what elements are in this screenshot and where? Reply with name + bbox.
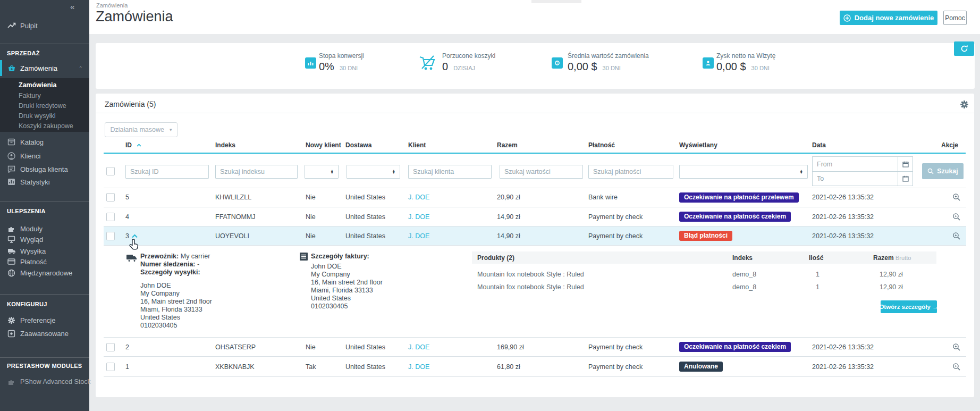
column-header-payment[interactable]: Płatność bbox=[588, 139, 615, 151]
filter-index-input[interactable] bbox=[215, 165, 298, 179]
tracking-label: Numer śledzenia: bbox=[140, 261, 196, 268]
calendar-icon[interactable] bbox=[898, 157, 913, 171]
submenu-item-orders[interactable]: Zamówienia bbox=[19, 80, 57, 90]
help-button[interactable]: Pomoc bbox=[943, 11, 967, 25]
sidebar-item-customer-service[interactable]: Obsługa klienta bbox=[0, 163, 89, 175]
filter-id-input[interactable] bbox=[125, 165, 209, 179]
sidebar-item-catalog[interactable]: Katalog bbox=[0, 136, 89, 148]
invoice-address-line: 16, Main street 2nd floor bbox=[311, 279, 383, 286]
carrier-label: Przewoźnik: bbox=[140, 253, 179, 260]
filter-status-select[interactable]: ▲▼ bbox=[679, 165, 808, 179]
puzzle-icon bbox=[7, 378, 16, 386]
row-checkbox[interactable] bbox=[106, 363, 115, 371]
submenu-item-shopping-carts[interactable]: Koszyki zakupowe bbox=[19, 121, 73, 131]
refresh-button[interactable] bbox=[954, 41, 974, 56]
conversion-chart-icon bbox=[305, 57, 316, 69]
table-row[interactable]: 1 XKBKNABJK Tak United States J. DOE 61,… bbox=[104, 357, 966, 377]
sidebar-section-sprzedaz: SPRZEDAŻ bbox=[7, 50, 40, 56]
view-order-icon[interactable] bbox=[952, 193, 961, 202]
sidebar-item-advanced[interactable]: Zaawansowane bbox=[0, 328, 89, 339]
sidebar-item-pshow-advanced-stock[interactable]: PShow Advanced Stock bbox=[0, 376, 89, 388]
cell-date: 2021-02-26 13:35:32 bbox=[812, 357, 874, 376]
search-button[interactable]: Szukaj bbox=[922, 163, 964, 179]
product-name: Mountain fox notebook Style : Ruled bbox=[477, 283, 584, 291]
column-header-id[interactable]: ID bbox=[125, 139, 141, 151]
submenu-item-credit-slips[interactable]: Druki kredytowe bbox=[19, 101, 66, 111]
cell-client-link[interactable]: J. DOE bbox=[408, 227, 429, 245]
sidebar-item-dashboard[interactable]: Pulpit bbox=[0, 20, 89, 31]
filter-new-client-select[interactable]: ▲▼ bbox=[305, 165, 339, 179]
row-checkbox[interactable] bbox=[106, 343, 115, 351]
product-total: 12,90 zł bbox=[880, 271, 903, 278]
view-order-icon[interactable] bbox=[952, 343, 961, 351]
column-header-status[interactable]: Wyświetlany bbox=[679, 139, 717, 151]
sidebar-item-design[interactable]: Wygląd bbox=[0, 233, 89, 245]
column-header-index[interactable]: Indeks bbox=[215, 139, 235, 151]
cell-client-link[interactable]: J. DOE bbox=[408, 207, 429, 226]
select-all-checkbox[interactable] bbox=[106, 167, 115, 175]
view-order-icon[interactable] bbox=[952, 232, 961, 240]
kpi-value: 0DZISIAJ bbox=[442, 61, 475, 73]
row-checkbox[interactable] bbox=[106, 232, 115, 240]
collapse-row-chevron-icon[interactable] bbox=[132, 234, 138, 238]
table-row[interactable]: 5 KHWLILZLL Nie United States J. DOE 20,… bbox=[104, 188, 966, 207]
cell-total: 61,80 zł bbox=[497, 357, 520, 376]
panel-settings-gear-icon[interactable] bbox=[960, 100, 969, 110]
cell-client-link[interactable]: J. DOE bbox=[408, 357, 429, 376]
view-order-icon[interactable] bbox=[952, 213, 961, 221]
filter-total-input[interactable] bbox=[500, 165, 583, 179]
cell-date: 2021-02-26 13:35:32 bbox=[812, 207, 874, 226]
view-order-icon[interactable] bbox=[952, 363, 961, 371]
sidebar-collapse-icon[interactable]: « bbox=[70, 2, 74, 11]
cell-client-link[interactable]: J. DOE bbox=[408, 338, 429, 356]
gear-icon bbox=[7, 316, 16, 324]
product-qty: 1 bbox=[816, 283, 820, 291]
sidebar-item-shipping[interactable]: Wysyłka bbox=[0, 245, 89, 257]
sidebar-divider bbox=[0, 294, 89, 295]
cell-new-client: Nie bbox=[306, 227, 316, 245]
bulk-actions-button[interactable]: Działania masowe▾ bbox=[105, 122, 178, 137]
sidebar-item-modules[interactable]: Moduły bbox=[0, 223, 89, 234]
filter-client-input[interactable] bbox=[408, 165, 492, 179]
table-row-expanded[interactable]: 3 UOYEVOLI Nie United States J. DOE 14,9… bbox=[104, 227, 966, 246]
cell-new-client: Tak bbox=[306, 357, 316, 376]
add-order-button[interactable]: Dodaj nowe zamówienie bbox=[840, 11, 937, 25]
calendar-icon[interactable] bbox=[898, 172, 913, 186]
sidebar-item-customers[interactable]: Klienci bbox=[0, 150, 89, 162]
submenu-item-delivery-slips[interactable]: Druk wysyłki bbox=[19, 111, 55, 121]
cell-delivery: United States bbox=[345, 357, 385, 376]
sidebar-item-stats[interactable]: Statystyki bbox=[0, 176, 89, 188]
product-index: demo_8 bbox=[732, 271, 756, 278]
monitor-icon bbox=[7, 236, 16, 243]
column-header-client[interactable]: Klient bbox=[408, 139, 426, 151]
submenu-item-invoices[interactable]: Faktury bbox=[19, 91, 41, 100]
trend-chart-icon bbox=[7, 22, 16, 29]
cell-delivery: United States bbox=[345, 207, 385, 226]
sidebar-item-international[interactable]: Międzynarodowe bbox=[0, 267, 89, 279]
row-checkbox[interactable] bbox=[106, 193, 115, 202]
filter-date-group bbox=[812, 156, 913, 186]
row-checkbox[interactable] bbox=[106, 213, 115, 221]
column-header-total[interactable]: Razem bbox=[497, 139, 518, 151]
sidebar-item-orders[interactable]: Zamówienia ⌃ bbox=[0, 60, 89, 76]
invoice-address-line: John DOE bbox=[311, 263, 342, 270]
column-header-delivery[interactable]: Dostawa bbox=[345, 139, 371, 151]
table-row[interactable]: 4 FFATNOMMJ Nie United States J. DOE 14,… bbox=[104, 207, 966, 227]
cell-index: KHWLILZLL bbox=[215, 188, 251, 207]
table-row[interactable]: 2 OHSATSERP Nie United States J. DOE 169… bbox=[104, 338, 966, 357]
column-header-new-client[interactable]: Nowy klient bbox=[306, 139, 341, 151]
sidebar-item-preferences[interactable]: Preferencje bbox=[0, 314, 89, 326]
cell-status: Oczekiwanie na płatność przelewem bbox=[679, 188, 799, 207]
filter-date-to-input[interactable] bbox=[813, 172, 898, 186]
filter-date-from-input[interactable] bbox=[813, 157, 898, 171]
open-details-button[interactable]: Otwórz szczegóły → bbox=[881, 300, 937, 313]
cell-client-link[interactable]: J. DOE bbox=[408, 188, 429, 207]
column-header-date[interactable]: Data bbox=[812, 139, 826, 151]
sidebar-item-payment[interactable]: Płatność bbox=[0, 256, 89, 267]
cell-delivery: United States bbox=[345, 227, 385, 245]
filter-delivery-select[interactable]: ▲▼ bbox=[347, 165, 400, 179]
invoice-address-line: United States bbox=[311, 295, 351, 302]
puzzle-icon bbox=[7, 225, 16, 233]
filter-payment-input[interactable] bbox=[588, 165, 673, 179]
product-name: Mountain fox notebook Style : Ruled bbox=[477, 271, 584, 278]
